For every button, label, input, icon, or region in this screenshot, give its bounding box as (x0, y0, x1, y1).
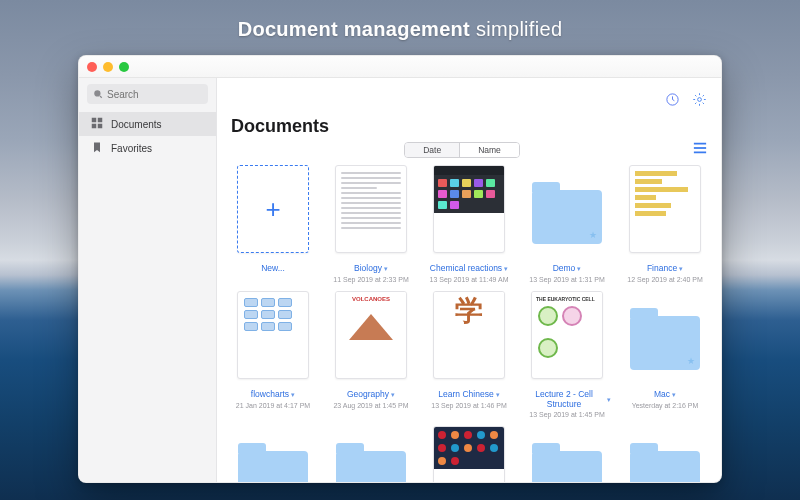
folder-icon (629, 426, 701, 482)
tile-date: Yesterday at 2:16 PM (632, 402, 699, 409)
svg-rect-4 (98, 124, 103, 129)
document-tile[interactable]: flowcharts▾21 Jan 2019 at 4:17 PM (227, 291, 319, 418)
tile-caption: Demo▾13 Sep 2019 at 1:31 PM (529, 257, 605, 283)
new-document-tile[interactable]: +New... (227, 165, 319, 283)
tile-caption: Chemical reactions▾13 Sep 2019 at 11:49 … (429, 257, 508, 283)
svg-rect-3 (92, 124, 97, 129)
minimize-button[interactable] (103, 62, 113, 72)
grid-icon (91, 117, 103, 131)
close-button[interactable] (87, 62, 97, 72)
chevron-down-icon: ▾ (391, 391, 395, 399)
tile-date: 13 Sep 2019 at 1:31 PM (529, 276, 605, 283)
document-tile[interactable]: Chemical reactions▾13 Sep 2019 at 11:49 … (423, 165, 515, 283)
marketing-tagline: Document management simplified (238, 18, 563, 41)
window-controls (87, 62, 129, 72)
search-field[interactable] (87, 84, 208, 104)
tile-title[interactable]: Learn Chinese▾ (438, 390, 499, 400)
tile-date: 13 Sep 2019 at 11:49 AM (429, 276, 508, 283)
svg-rect-7 (694, 143, 706, 145)
folder-tile[interactable] (619, 426, 711, 482)
document-tile[interactable] (423, 426, 515, 482)
document-tile[interactable]: Biology▾11 Sep 2019 at 2:33 PM (325, 165, 417, 283)
tile-title[interactable]: Chemical reactions▾ (430, 264, 508, 274)
document-tile[interactable]: Finance▾12 Sep 2019 at 2:40 PM (619, 165, 711, 283)
chevron-down-icon: ▾ (577, 265, 581, 273)
tile-date: 21 Jan 2019 at 4:17 PM (236, 402, 310, 409)
tile-caption: Mac▾Yesterday at 2:16 PM (632, 383, 699, 409)
folder-tile[interactable] (521, 426, 613, 482)
chevron-down-icon: ▾ (496, 391, 500, 399)
search-input[interactable] (107, 89, 202, 100)
folder-icon (531, 165, 603, 253)
sidebar: Documents Favorites (79, 78, 217, 482)
svg-rect-1 (92, 118, 97, 123)
svg-point-6 (698, 97, 702, 101)
sidebar-item-documents[interactable]: Documents (79, 112, 216, 136)
document-thumbnail: 学 (433, 291, 505, 379)
chevron-down-icon: ▾ (679, 265, 683, 273)
sidebar-item-label: Favorites (111, 143, 152, 154)
page-title: Documents (217, 110, 721, 141)
app-window: Documents Favorites Do (78, 55, 722, 483)
tile-title[interactable]: Geography▾ (347, 390, 395, 400)
tile-caption: Biology▾11 Sep 2019 at 2:33 PM (333, 257, 409, 283)
tile-date: 13 Sep 2019 at 1:45 PM (523, 411, 611, 418)
document-thumbnail (629, 165, 701, 253)
tile-date: 12 Sep 2019 at 2:40 PM (627, 276, 703, 283)
document-thumbnail: VOLCANOES (335, 291, 407, 379)
svg-rect-9 (694, 152, 706, 154)
plus-icon: + (237, 165, 309, 253)
tile-caption: Finance▾12 Sep 2019 at 2:40 PM (627, 257, 703, 283)
folder-tile[interactable]: Demo▾13 Sep 2019 at 1:31 PM (521, 165, 613, 283)
chevron-down-icon: ▾ (384, 265, 388, 273)
sidebar-item-label: Documents (111, 119, 162, 130)
document-grid: +New...Biology▾11 Sep 2019 at 2:33 PMChe… (227, 165, 711, 482)
svg-point-0 (94, 90, 100, 96)
document-thumbnail (433, 165, 505, 253)
chevron-down-icon: ▾ (672, 391, 676, 399)
zoom-button[interactable] (119, 62, 129, 72)
tile-date: 13 Sep 2019 at 1:46 PM (431, 402, 507, 409)
sort-by-name[interactable]: Name (459, 143, 519, 157)
sort-by-date[interactable]: Date (405, 143, 459, 157)
tile-caption: flowcharts▾21 Jan 2019 at 4:17 PM (236, 383, 310, 409)
tile-title[interactable]: Biology▾ (354, 264, 388, 274)
folder-icon (629, 291, 701, 379)
tile-caption: Lecture 2 - Cell Structure▾13 Sep 2019 a… (523, 383, 611, 418)
document-tile[interactable]: 学Learn Chinese▾13 Sep 2019 at 1:46 PM (423, 291, 515, 418)
folder-icon (531, 426, 603, 482)
document-thumbnail (433, 426, 505, 482)
tile-title[interactable]: Mac▾ (654, 390, 676, 400)
document-thumbnail (237, 291, 309, 379)
document-tile[interactable]: THE EUKARYOTIC CELLLecture 2 - Cell Stru… (521, 291, 613, 418)
recents-icon[interactable] (665, 92, 680, 107)
tile-title[interactable]: Lecture 2 - Cell Structure▾ (523, 390, 611, 410)
settings-icon[interactable] (692, 92, 707, 107)
document-thumbnail (335, 165, 407, 253)
folder-icon (335, 426, 407, 482)
folder-icon (237, 426, 309, 482)
chevron-down-icon: ▾ (291, 391, 295, 399)
search-icon (93, 85, 103, 103)
sidebar-item-favorites[interactable]: Favorites (79, 136, 216, 160)
window-titlebar (79, 56, 721, 78)
list-view-icon[interactable] (693, 141, 707, 159)
svg-rect-2 (98, 118, 103, 123)
tile-title[interactable]: flowcharts▾ (251, 390, 295, 400)
chevron-down-icon: ▾ (607, 396, 611, 404)
tile-title[interactable]: Finance▾ (647, 264, 683, 274)
sort-segmented-control: Date Name (404, 142, 520, 158)
bookmark-icon (91, 141, 103, 155)
tile-date: 11 Sep 2019 at 2:33 PM (333, 276, 409, 283)
folder-tile[interactable]: Mac▾Yesterday at 2:16 PM (619, 291, 711, 418)
document-tile[interactable]: VOLCANOESGeography▾23 Aug 2019 at 1:45 P… (325, 291, 417, 418)
folder-tile[interactable] (227, 426, 319, 482)
tile-caption: Learn Chinese▾13 Sep 2019 at 1:46 PM (431, 383, 507, 409)
svg-rect-8 (694, 147, 706, 149)
tile-date: 23 Aug 2019 at 1:45 PM (333, 402, 408, 409)
folder-tile[interactable] (325, 426, 417, 482)
document-thumbnail: THE EUKARYOTIC CELL (531, 291, 603, 379)
tile-title[interactable]: New... (261, 264, 285, 274)
tile-caption: New... (261, 257, 285, 276)
tile-title[interactable]: Demo▾ (553, 264, 582, 274)
